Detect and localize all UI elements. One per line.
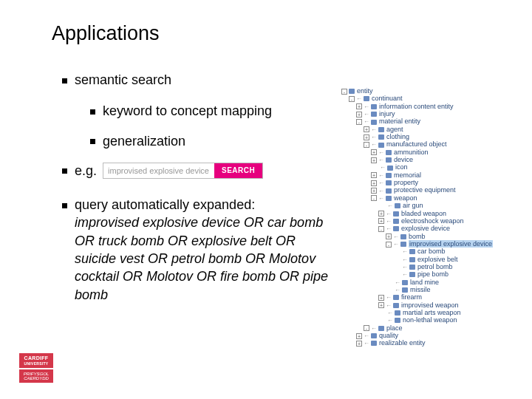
tree-node[interactable]: +←electroshock weapon [341,217,526,225]
node-label: explosive device [401,225,450,232]
node-label: non-lethal weapon [403,316,457,324]
node-label: entity [357,87,373,95]
node-icon [386,157,392,163]
tree-node[interactable]: ←missile [341,286,526,293]
node-label: martial arts weapon [403,309,461,316]
tree-toggle-icon[interactable]: + [371,172,377,178]
tree-node[interactable]: -←continuant [341,95,526,102]
tree-node[interactable]: -←manufactured object [341,140,526,148]
tree-toggle-icon[interactable]: - [378,226,384,232]
node-label: pipe bomb [417,270,449,278]
node-label: weapon [394,194,417,202]
tree-toggle-icon[interactable]: + [378,302,384,308]
tree-node[interactable]: ←air gun [341,202,526,209]
tree-toggle-icon[interactable]: - [341,89,347,95]
tree-node[interactable]: +←firearm [341,293,526,301]
cardiff-logo: CARDIFFUNIVERSITY PRIFYSGOLCAERDYDD [19,353,53,383]
tree-toggle-icon[interactable]: + [364,134,369,140]
tree-node[interactable]: ←car bomb [341,248,526,255]
bullet-semantic-search: semantic search [62,71,340,89]
node-icon [378,127,384,132]
arrow-icon: ← [364,103,369,110]
tree-node[interactable]: +←injury [341,110,526,117]
tree-node[interactable]: ←martial arts weapon [341,309,526,316]
tree-toggle-icon[interactable]: + [378,218,384,224]
tree-node[interactable]: +←device [341,156,526,163]
tree-toggle-icon[interactable]: + [356,341,362,347]
tree-toggle-icon[interactable]: + [386,233,392,239]
slide-title: Applications [52,22,532,45]
node-icon [395,203,400,208]
node-icon [386,150,392,155]
node-icon [400,234,406,239]
node-label: protective equipment [394,186,456,194]
slide-content: semantic search keyword to concept mappi… [52,71,340,304]
tree-toggle-icon[interactable]: - [364,325,369,331]
tree-node[interactable]: +←ammunition [341,149,526,156]
logo-text: CARDIFF [24,355,49,361]
search-input[interactable]: improvised explosive device [103,163,214,178]
tree-node[interactable]: +←property [341,179,526,186]
arrow-icon: ← [395,287,400,293]
tree-node[interactable]: -entity [341,87,526,95]
tree-node[interactable]: +←memorial [341,171,526,179]
tree-toggle-icon[interactable]: + [378,295,384,301]
tree-toggle-icon[interactable]: - [371,195,377,201]
node-label: device [394,156,413,163]
arrow-icon: ← [393,233,399,240]
tree-node[interactable]: ←land mine [341,279,526,286]
tree-node[interactable]: -←explosive device [341,225,526,232]
tree-node[interactable]: +←improvised weapon [341,301,526,309]
node-label: quality [379,332,398,339]
tree-toggle-icon[interactable]: - [349,96,355,102]
tree-toggle-icon[interactable]: + [356,112,362,117]
tree-toggle-icon[interactable]: + [371,149,377,155]
arrow-icon: ← [378,149,384,156]
tree-node[interactable]: ←explosive belt [341,256,526,263]
tree-node[interactable]: ←pipe bomb [341,270,526,278]
tree-toggle-icon[interactable]: + [364,126,369,132]
node-icon [378,134,384,140]
node-icon [371,112,377,117]
tree-toggle-icon[interactable]: + [356,333,362,339]
tree-node[interactable]: +←protective equipment [341,186,526,194]
node-icon [386,173,392,178]
tree-node[interactable]: +←bomb [341,233,526,240]
tree-node[interactable]: +←quality [341,332,526,339]
tree-node[interactable]: ←petrol bomb [341,263,526,270]
tree-node[interactable]: +←bladed weapon [341,210,526,217]
tree-node[interactable]: +←realizable entity [341,339,526,347]
bullet-keyword-mapping: keyword to concept mapping [90,102,340,120]
arrow-icon: ← [364,340,369,347]
tree-toggle-icon[interactable]: + [356,103,362,109]
tree-node[interactable]: -←material entity [341,117,526,125]
arrow-icon: ← [387,202,393,209]
tree-node[interactable]: +←information content entity [341,103,526,110]
tree-toggle-icon[interactable]: - [386,242,392,248]
logo-text: UNIVERSITY [24,361,48,366]
node-icon [393,303,399,308]
node-label: injury [379,110,395,117]
tree-toggle-icon[interactable]: + [371,180,377,186]
tree-toggle-icon[interactable]: - [364,142,369,148]
node-label: electroshock weapon [401,217,464,225]
search-button[interactable]: SEARCH [214,163,262,178]
tree-node[interactable]: ←icon [341,163,526,171]
node-icon [400,242,406,247]
tree-toggle-icon[interactable]: + [371,188,377,194]
tree-node[interactable]: -←weapon [341,194,526,202]
node-label: clothing [386,133,409,140]
tree-toggle-icon[interactable]: + [371,157,377,163]
tree-node[interactable]: +←agent [341,126,526,133]
tree-toggle-icon[interactable]: + [378,211,384,216]
tree-node[interactable]: +←clothing [341,133,526,140]
arrow-icon: ← [386,294,392,301]
tree-node[interactable]: ←non-lethal weapon [341,316,526,324]
arrow-icon: ← [395,279,400,286]
tree-node[interactable]: -←place [341,324,526,332]
tree-node[interactable]: -←improvised explosive device [341,240,526,248]
tree-toggle-icon[interactable]: - [356,119,362,125]
arrow-icon: ← [371,134,377,140]
node-label: bomb [409,233,426,240]
node-label: property [394,179,418,186]
